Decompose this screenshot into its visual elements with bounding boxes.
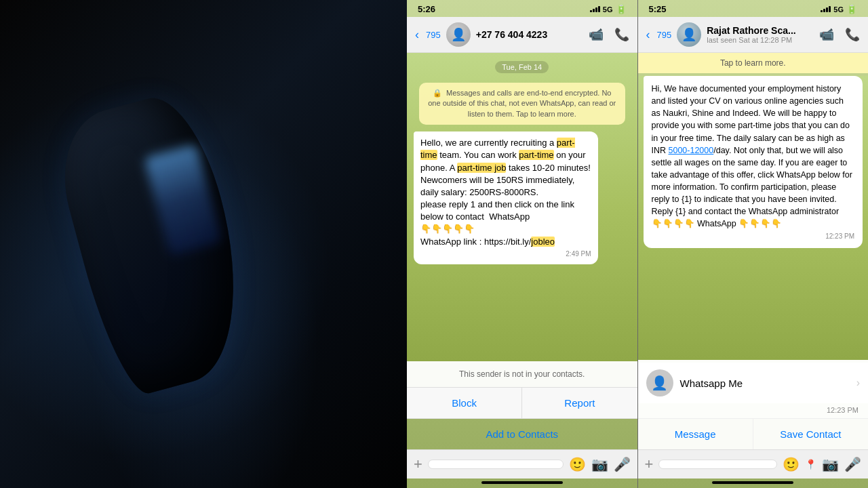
home-indicator [481, 481, 563, 484]
sender-notice-container: This sender is not in your contacts. [407, 361, 637, 387]
right-plus-icon[interactable]: + [645, 455, 654, 473]
right-status-bar: 5:25 5G 🔋 [638, 0, 869, 17]
photo-section [0, 0, 407, 488]
right-signal-icon [821, 6, 831, 12]
right-contact-avatar: 👤 [677, 22, 701, 47]
emoji-icon[interactable]: 🙂 [569, 456, 586, 472]
hand-photo [0, 0, 407, 488]
message-timestamp: 2:49 PM [420, 249, 591, 259]
salary-link[interactable]: 5000-12000 [669, 146, 714, 155]
received-message-bubble: Hello, we are currently recruiting a par… [414, 131, 598, 264]
right-phone-screen: 5:25 5G 🔋 ‹ 795 👤 Rajat Rathore Sca... [638, 0, 869, 488]
right-message-input[interactable] [658, 460, 777, 469]
block-button[interactable]: Block [407, 388, 522, 418]
right-mic-icon[interactable]: 🎤 [844, 456, 861, 472]
right-chat-body: Hi, We have documented your employment h… [638, 76, 869, 360]
right-battery-icon: 🔋 [846, 4, 857, 14]
message-text: Hello, we are currently recruiting a par… [420, 137, 591, 248]
message-button[interactable]: Message [638, 419, 753, 449]
left-chat-header: ‹ 795 👤 +27 76 404 4223 📹 📞 [407, 17, 637, 53]
right-header-icons: 📹 📞 [819, 27, 860, 42]
right-voice-call-icon[interactable]: 📞 [845, 27, 860, 42]
left-chat-body: Tue, Feb 14 🔒 Messages and calls are end… [407, 53, 637, 361]
right-contact-info: Rajat Rathore Sca... last seen Sat at 12… [707, 25, 814, 44]
message-input[interactable] [428, 460, 564, 469]
network-type: 5G [603, 5, 613, 14]
right-chat-header: ‹ 795 👤 Rajat Rathore Sca... last seen S… [638, 17, 869, 53]
report-button[interactable]: Report [522, 388, 637, 418]
encryption-text: Messages and calls are end-to-end encryp… [428, 89, 616, 118]
plus-icon[interactable]: + [414, 455, 422, 473]
whatsapp-me-avatar: 👤 [646, 369, 673, 396]
video-call-icon[interactable]: 📹 [589, 27, 604, 42]
right-emoji-icon[interactable]: 🙂 [783, 456, 800, 472]
right-back-count[interactable]: 795 [657, 30, 672, 40]
lock-icon: 🔒 [433, 89, 442, 97]
hand-silhouette [47, 87, 264, 401]
contact-avatar: 👤 [446, 22, 471, 47]
right-video-call-icon[interactable]: 📹 [819, 27, 834, 42]
right-network-type: 5G [833, 5, 844, 14]
back-count[interactable]: 795 [426, 30, 441, 40]
right-time: 5:25 [649, 4, 667, 14]
whatsapp-me-time: 12:23 PM [638, 406, 869, 418]
right-camera-icon[interactable]: 📷 [822, 456, 839, 472]
right-back-arrow-icon[interactable]: ‹ [646, 28, 650, 42]
highlight-parttime3: part-time job [457, 163, 506, 173]
whatsapp-me-section: 👤 Whatsapp Me › 12:23 PM [638, 360, 869, 418]
left-status-bar: 5:26 5G 🔋 [407, 0, 637, 17]
right-message-timestamp: 12:23 PM [652, 232, 855, 242]
save-contact-button[interactable]: Save Contact [753, 419, 868, 449]
battery-icon: 🔋 [616, 4, 627, 14]
right-home-indicator [712, 481, 793, 484]
right-status-icons: 5G 🔋 [821, 4, 857, 14]
encryption-notice: 🔒 Messages and calls are end-to-end encr… [419, 83, 625, 125]
camera-input-icon[interactable]: 📷 [591, 456, 608, 472]
right-contact-name: Rajat Rathore Sca... [707, 25, 814, 36]
voice-call-icon[interactable]: 📞 [614, 27, 629, 42]
highlight-parttime2: part-time [519, 150, 553, 160]
sender-notice-text: This sender is not in your contacts. [407, 365, 637, 383]
right-last-seen: last seen Sat at 12:28 PM [707, 36, 814, 44]
right-received-message: Hi, We have documented your employment h… [644, 76, 863, 248]
left-input-bar: + 🙂 📷 🎤 [407, 449, 637, 479]
left-status-icons: 5G 🔋 [590, 4, 627, 14]
contact-phone-number: +27 76 404 4223 [476, 29, 583, 40]
left-time: 5:26 [418, 4, 435, 14]
right-location-icon[interactable]: 📍 [805, 459, 816, 470]
signal-icon [590, 6, 600, 12]
header-action-icons: 📹 📞 [589, 27, 629, 42]
date-badge: Tue, Feb 14 [495, 61, 549, 73]
right-input-bar: + 🙂 📍 📷 🎤 [638, 449, 869, 479]
chevron-right-icon: › [856, 377, 860, 389]
left-phone-screen: 5:26 5G 🔋 ‹ 795 👤 +27 76 404 4223 � [407, 0, 638, 488]
add-contacts-button[interactable]: Add to Contacts [407, 418, 637, 449]
whatsapp-me-row[interactable]: 👤 Whatsapp Me › [638, 363, 869, 403]
back-arrow-icon[interactable]: ‹ [415, 28, 419, 42]
whatsapp-me-name: Whatsapp Me [680, 378, 850, 389]
mic-icon[interactable]: 🎤 [614, 456, 631, 472]
phones-container: 5:26 5G 🔋 ‹ 795 👤 +27 76 404 4223 � [407, 0, 868, 488]
bottom-action-buttons: Message Save Contact [638, 418, 869, 449]
link-highlight: jobleo [531, 237, 555, 247]
block-report-buttons: Block Report [407, 387, 637, 418]
tap-learn-more-notice[interactable]: Tap to learn more. [638, 53, 869, 73]
